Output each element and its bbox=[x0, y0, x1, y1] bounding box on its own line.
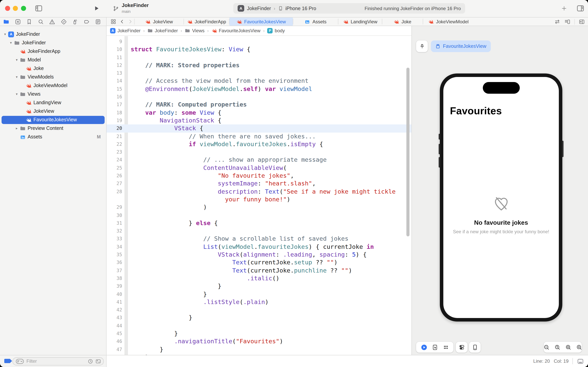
line-number[interactable]: 14 bbox=[107, 77, 122, 85]
magnifier-icon[interactable] bbox=[38, 18, 44, 25]
line-number[interactable]: 22 bbox=[107, 140, 122, 148]
line-number[interactable]: 25 bbox=[107, 164, 122, 172]
toggle-inspector-icon[interactable] bbox=[576, 4, 585, 12]
line-number[interactable]: 45 bbox=[107, 330, 122, 338]
activity-status-bar[interactable]: JokeFinder iPhone 16 Pro Finished runnin… bbox=[233, 3, 465, 14]
folder-icon[interactable] bbox=[3, 18, 9, 25]
tab-LandingView[interactable]: LandingView bbox=[338, 17, 382, 26]
diamond-check-icon[interactable] bbox=[60, 18, 67, 25]
run-button[interactable] bbox=[93, 5, 100, 12]
code-line-36[interactable]: 36 Text(currentJoke.setup ?? "") bbox=[107, 259, 412, 267]
line-number[interactable]: 27 bbox=[107, 180, 122, 188]
scheme-app-label[interactable]: JokeFinder bbox=[247, 6, 271, 11]
disclosure-open-icon[interactable]: ▾ bbox=[15, 58, 19, 62]
grid-dots-icon[interactable] bbox=[442, 344, 449, 350]
code-line-39[interactable]: 39 } bbox=[107, 282, 412, 290]
code-line-25[interactable]: 25 ContentUnavailableView( bbox=[107, 164, 412, 172]
play-circle-icon[interactable] bbox=[420, 344, 427, 350]
line-number[interactable]: 43 bbox=[107, 314, 122, 322]
line-number[interactable]: 35 bbox=[107, 251, 122, 259]
warning-icon[interactable] bbox=[49, 18, 55, 25]
line-number[interactable]: 18 bbox=[107, 109, 122, 117]
breadcrumb-item-JokeFinder[interactable]: JokeFinder bbox=[110, 28, 141, 33]
close-window-button[interactable] bbox=[5, 6, 10, 11]
preview-target-chip[interactable]: FavouriteJokesView bbox=[431, 41, 491, 52]
code-line-30[interactable]: 30 bbox=[107, 211, 412, 219]
pin-preview-button[interactable] bbox=[416, 41, 428, 52]
line-number[interactable]: 29 bbox=[107, 203, 122, 211]
go-forward-icon[interactable] bbox=[128, 19, 133, 25]
sidebar-item-Assets[interactable]: AssetsM bbox=[0, 133, 106, 141]
code-line-9[interactable]: 9 bbox=[107, 38, 412, 46]
zoom-one-icon[interactable] bbox=[554, 344, 561, 350]
line-number[interactable]: 24 bbox=[107, 156, 122, 164]
code-line-33[interactable]: 33 // Show a scrollable list of saved jo… bbox=[107, 235, 412, 243]
code-line-23[interactable]: 23 bbox=[107, 148, 412, 156]
tab-JokeFinderApp[interactable]: JokeFinderApp bbox=[184, 17, 229, 26]
go-back-icon[interactable] bbox=[120, 19, 125, 25]
line-number[interactable]: 47 bbox=[107, 345, 122, 353]
line-number[interactable]: 11 bbox=[107, 53, 122, 61]
line-number[interactable]: 12 bbox=[107, 61, 122, 69]
add-editor-icon[interactable] bbox=[579, 18, 585, 25]
sidebar-item-Joke[interactable]: Joke bbox=[0, 64, 106, 73]
related-items-grid-icon[interactable] bbox=[110, 19, 116, 25]
line-number[interactable]: 20 bbox=[107, 125, 122, 133]
filter-options-icon[interactable] bbox=[15, 358, 25, 364]
disclosure-open-icon[interactable]: ▾ bbox=[15, 92, 19, 96]
code-line-14[interactable]: 14 // Access the view model from the env… bbox=[107, 77, 412, 85]
code-line-26[interactable]: 26 "No favourite jokes", bbox=[107, 172, 412, 180]
recents-clock-icon[interactable] bbox=[87, 358, 93, 364]
breadcrumb-item-FavouriteJokesView[interactable]: FavouriteJokesView bbox=[211, 28, 260, 33]
line-number[interactable]: 33 bbox=[107, 235, 122, 243]
xsquare-icon[interactable] bbox=[15, 18, 21, 25]
line-number[interactable]: 21 bbox=[107, 132, 122, 140]
line-number[interactable]: 41 bbox=[107, 298, 122, 306]
disclosure-closed-icon[interactable]: ▸ bbox=[15, 126, 19, 130]
sidebar-item-JokeFinder[interactable]: ▾JokeFinder bbox=[0, 30, 106, 39]
code-line-44[interactable]: 44 bbox=[107, 322, 412, 330]
line-number[interactable]: 16 bbox=[107, 93, 122, 101]
sidebar-item-ViewModels[interactable]: ▾ViewModels bbox=[0, 73, 106, 81]
line-number[interactable]: 36 bbox=[107, 259, 122, 267]
code-line-20[interactable]: 20 VStack { bbox=[107, 125, 412, 133]
scheme-device-label[interactable]: iPhone 16 Pro bbox=[286, 6, 316, 11]
code-line-15[interactable]: 15 @Environment(JokeViewModel.self) var … bbox=[107, 85, 412, 93]
line-number[interactable]: 40 bbox=[107, 290, 122, 298]
line-number[interactable]: 13 bbox=[107, 69, 122, 77]
zoom-in-icon[interactable] bbox=[576, 344, 582, 350]
sidebar-item-Preview Content[interactable]: ▸Preview Content bbox=[0, 124, 106, 133]
sidebar-item-Model[interactable]: ▾Model bbox=[0, 56, 106, 64]
plus-minus-icon[interactable] bbox=[95, 358, 101, 364]
editor-options-icon[interactable] bbox=[564, 18, 571, 25]
sidebar-item-JokeFinderApp[interactable]: JokeFinderApp bbox=[0, 47, 106, 56]
code-line-12[interactable]: 12 // MARK: Stored properties bbox=[107, 61, 412, 69]
code-line-28[interactable]: 28 description: Text("See if a new joke … bbox=[107, 188, 412, 196]
code-line-40[interactable]: 40 } bbox=[107, 290, 412, 298]
bookmark-icon[interactable] bbox=[26, 18, 32, 25]
sidebar-item-Views[interactable]: ▾Views bbox=[0, 90, 106, 98]
code-line-11[interactable]: 11 bbox=[107, 53, 412, 61]
disclosure-open-icon[interactable]: ▾ bbox=[15, 75, 19, 79]
line-number[interactable]: 34 bbox=[107, 243, 122, 251]
sidebar-item-LandingView[interactable]: LandingView bbox=[0, 98, 106, 107]
code-line-17[interactable]: 17 // MARK: Computed properties bbox=[107, 101, 412, 109]
add-tab-icon[interactable] bbox=[561, 5, 567, 11]
code-line-21[interactable]: 21 // When there are no saved jokes... bbox=[107, 132, 412, 140]
zoom-fit-icon[interactable] bbox=[565, 344, 571, 350]
code-line-47[interactable]: 47 } bbox=[107, 345, 412, 353]
code-line-24[interactable]: 24 // ... show an appropriate message bbox=[107, 156, 412, 164]
line-number[interactable]: 15 bbox=[107, 85, 122, 93]
line-number[interactable]: 28 bbox=[107, 188, 122, 196]
code-line-wrap[interactable]: your funny bone!") bbox=[107, 196, 412, 203]
line-number[interactable]: 17 bbox=[107, 101, 122, 109]
code-line-46[interactable]: 46 .navigationTitle("Favourites") bbox=[107, 338, 412, 346]
zoom-window-button[interactable] bbox=[21, 6, 26, 11]
code-line-29[interactable]: 29 ) bbox=[107, 203, 412, 211]
toggle-sidebar-icon[interactable] bbox=[35, 4, 43, 12]
tab-JokeView[interactable]: JokeView bbox=[134, 17, 184, 26]
filter-field[interactable]: Filter bbox=[12, 357, 104, 365]
code-line-27[interactable]: 27 systemImage: "heart.slash", bbox=[107, 180, 412, 188]
code-line-34[interactable]: 34 List(viewModel.favouriteJokes) { curr… bbox=[107, 243, 412, 251]
line-number[interactable]: 46 bbox=[107, 338, 122, 346]
